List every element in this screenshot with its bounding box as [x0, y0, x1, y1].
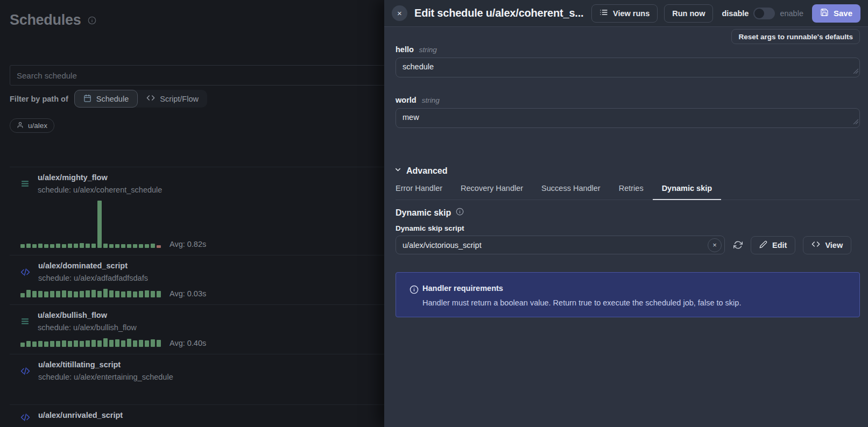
run-now-button[interactable]: Run now	[664, 4, 713, 23]
tab-success-handler[interactable]: Success Handler	[532, 184, 610, 200]
run-bar[interactable]	[91, 340, 96, 347]
run-bar[interactable]	[133, 340, 137, 347]
run-bar[interactable]	[80, 243, 84, 248]
run-bar[interactable]	[26, 244, 31, 248]
field-world-input[interactable]: mew	[396, 108, 860, 128]
run-bar[interactable]	[32, 341, 37, 347]
run-bar[interactable]	[139, 340, 143, 347]
run-bar[interactable]	[127, 244, 131, 248]
schedule-list-item[interactable]: u/alex/titillating_scriptschedule: u/ale…	[10, 354, 384, 404]
run-bar[interactable]	[80, 291, 84, 297]
run-bar[interactable]	[157, 340, 161, 347]
refresh-icon[interactable]	[733, 240, 743, 250]
run-bar[interactable]	[56, 291, 60, 297]
tab-error-handler[interactable]: Error Handler	[396, 184, 451, 200]
view-runs-button[interactable]: View runs	[591, 4, 658, 23]
reset-args-button[interactable]: Reset args to runnable's defaults	[731, 29, 860, 44]
run-bar[interactable]	[44, 341, 48, 347]
tab-retries[interactable]: Retries	[610, 184, 653, 200]
run-bar[interactable]	[133, 244, 137, 248]
run-bar[interactable]	[109, 340, 114, 347]
run-bar[interactable]	[133, 291, 137, 297]
run-bar[interactable]	[68, 291, 72, 297]
run-bar[interactable]	[109, 244, 114, 248]
run-bar[interactable]	[26, 290, 31, 297]
run-bar[interactable]	[145, 244, 149, 248]
run-bar[interactable]	[44, 244, 48, 248]
field-hello-input[interactable]: schedule	[396, 58, 860, 77]
run-bar[interactable]	[62, 290, 66, 297]
tab-dynamic-skip[interactable]: Dynamic skip	[653, 184, 722, 200]
run-bar[interactable]	[115, 339, 119, 347]
save-button[interactable]: Save	[812, 4, 860, 23]
script-path-input[interactable]: u/alex/victorious_script ×	[396, 236, 725, 254]
run-bar[interactable]	[97, 340, 102, 347]
run-bar[interactable]	[50, 341, 54, 347]
filter-option-schedule[interactable]: Schedule	[74, 90, 138, 108]
run-bar[interactable]	[103, 338, 108, 347]
advanced-section-toggle[interactable]: Advanced	[394, 166, 447, 176]
owner-filter-chip[interactable]: u/alex	[10, 118, 54, 133]
run-bar[interactable]	[115, 291, 119, 297]
run-bar[interactable]	[44, 291, 48, 297]
run-bar[interactable]	[86, 244, 90, 248]
run-bar[interactable]	[74, 340, 78, 347]
view-script-button[interactable]: View	[803, 236, 851, 254]
run-bar[interactable]	[97, 201, 102, 248]
run-bar[interactable]	[50, 291, 54, 297]
schedule-list-item[interactable]: u/alex/bullish_flowschedule: u/alex/bull…	[10, 304, 384, 354]
run-bar[interactable]	[91, 290, 96, 297]
run-bar[interactable]	[151, 339, 155, 347]
run-bar[interactable]	[20, 244, 25, 248]
search-input[interactable]	[10, 65, 425, 86]
run-bar[interactable]	[157, 245, 161, 248]
clear-script-icon[interactable]: ×	[708, 238, 722, 252]
run-bar[interactable]	[121, 340, 125, 347]
run-bar[interactable]	[86, 340, 90, 347]
run-bar[interactable]	[97, 291, 102, 297]
schedule-list-item[interactable]: u/alex/unrivaled_script	[10, 404, 384, 427]
run-bar[interactable]	[109, 290, 114, 297]
run-bar[interactable]	[68, 244, 72, 248]
run-bar[interactable]	[32, 291, 37, 297]
run-bar[interactable]	[32, 244, 37, 248]
run-bar[interactable]	[139, 291, 143, 297]
run-bar[interactable]	[121, 244, 125, 248]
run-bar[interactable]	[86, 290, 90, 297]
run-bar[interactable]	[80, 341, 84, 347]
run-bar[interactable]	[115, 244, 119, 248]
run-bar[interactable]	[91, 244, 96, 248]
run-bar[interactable]	[103, 289, 108, 297]
run-bar[interactable]	[103, 244, 108, 248]
run-bar[interactable]	[68, 341, 72, 347]
run-bar[interactable]	[20, 343, 25, 347]
run-bar[interactable]	[26, 341, 31, 347]
run-bar[interactable]	[62, 244, 66, 248]
run-bar[interactable]	[74, 244, 78, 248]
edit-script-button[interactable]: Edit	[751, 236, 795, 254]
filter-option-script-flow[interactable]: Script/Flow	[138, 90, 207, 108]
run-bar[interactable]	[151, 244, 155, 248]
tab-recovery-handler[interactable]: Recovery Handler	[451, 184, 532, 200]
run-bar[interactable]	[62, 340, 66, 347]
run-bar[interactable]	[38, 244, 43, 248]
run-bar[interactable]	[151, 291, 155, 297]
run-bar[interactable]	[56, 341, 60, 347]
run-bar[interactable]	[127, 291, 131, 297]
run-bar[interactable]	[145, 290, 149, 297]
close-icon[interactable]: ×	[392, 5, 407, 21]
enable-toggle[interactable]	[753, 8, 775, 19]
run-bar[interactable]	[50, 244, 54, 248]
run-bar[interactable]	[38, 291, 43, 297]
schedule-list-item[interactable]: u/alex/mighty_flowschedule: u/alex/coher…	[10, 167, 384, 255]
run-bar[interactable]	[74, 291, 78, 297]
run-bar[interactable]	[20, 293, 25, 297]
run-bar[interactable]	[145, 340, 149, 347]
run-bar[interactable]	[139, 244, 143, 248]
schedule-list-item[interactable]: u/alex/dominated_scriptschedule: u/alex/…	[10, 255, 384, 304]
script-path-value[interactable]: u/alex/victorious_script	[403, 241, 708, 250]
run-bar[interactable]	[157, 291, 161, 297]
run-bar[interactable]	[127, 339, 131, 347]
run-bar[interactable]	[56, 244, 60, 248]
run-bar[interactable]	[121, 291, 125, 297]
